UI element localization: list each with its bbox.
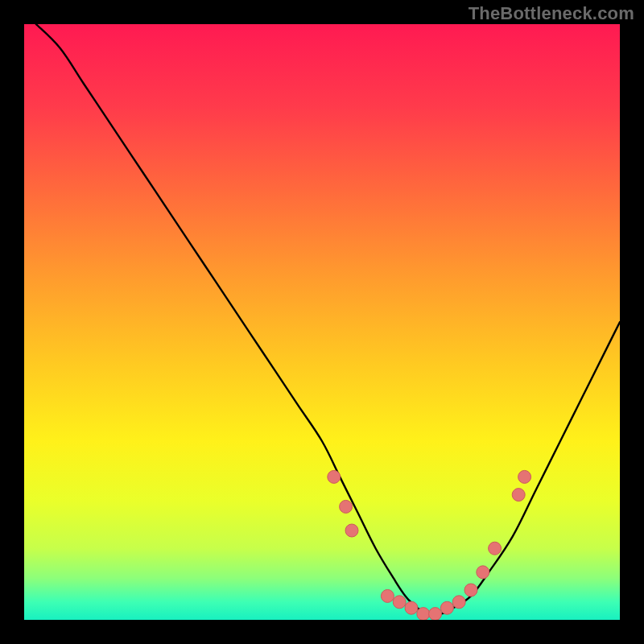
- chart-plot-area: [24, 24, 620, 620]
- data-point: [512, 489, 525, 502]
- bottleneck-curve: [36, 24, 620, 615]
- data-point-markers: [328, 470, 531, 620]
- data-point: [381, 589, 394, 602]
- data-point: [340, 500, 353, 513]
- watermark-text: TheBottleneck.com: [469, 3, 634, 24]
- data-point: [405, 601, 418, 614]
- data-point: [417, 608, 430, 620]
- curve-path: [36, 24, 620, 615]
- data-point: [464, 584, 477, 597]
- data-point: [393, 596, 406, 609]
- data-point: [518, 470, 531, 483]
- data-point: [345, 524, 358, 537]
- data-point: [452, 596, 465, 609]
- data-point: [477, 566, 489, 579]
- data-point: [429, 608, 442, 620]
- chart-svg: [24, 24, 620, 620]
- data-point: [328, 470, 341, 483]
- data-point: [489, 542, 502, 555]
- data-point: [440, 601, 453, 614]
